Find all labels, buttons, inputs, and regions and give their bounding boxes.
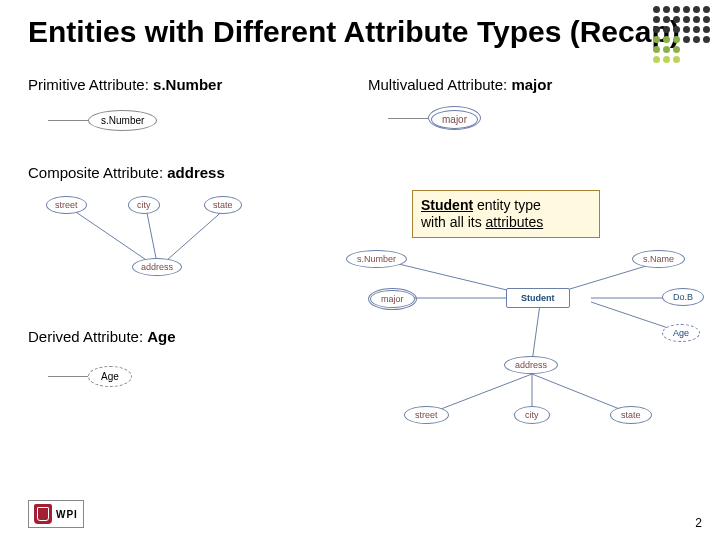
derived-name: Age: [147, 328, 175, 345]
connector-line: [48, 376, 88, 377]
dob-attr-label: Do.B: [662, 288, 704, 306]
slide-body: Primitive Attribute: s.Number s.Number M…: [28, 68, 692, 498]
primitive-heading: Primitive Attribute: s.Number: [28, 76, 222, 94]
derived-label: Derived Attribute:: [28, 328, 147, 345]
street-attr: street: [404, 406, 449, 424]
student-entity-label: Student: [506, 288, 570, 308]
city-attr-label: city: [514, 406, 550, 424]
state-attr: state: [610, 406, 652, 424]
primitive-mini-diagram: s.Number: [48, 110, 157, 131]
address-attr-label: address: [504, 356, 558, 374]
sname-attr-label: s.Name: [632, 250, 685, 268]
derived-heading: Derived Attribute: Age: [28, 328, 176, 346]
student-er-diagram: s.Number s.Name major Student Do.B Age a…: [308, 244, 708, 464]
shield-icon: [34, 504, 52, 524]
callout-line2-prefix: with all its: [421, 214, 486, 230]
composite-label: Composite Attribute:: [28, 164, 167, 181]
major-attr: major: [368, 288, 417, 310]
callout-line2-emph: attributes: [486, 214, 544, 230]
major-double-oval: major: [368, 288, 417, 310]
street-attr-label: street: [404, 406, 449, 424]
connector-line: [388, 118, 428, 119]
city-node: city: [128, 196, 160, 214]
student-connectors: [308, 244, 708, 464]
logo-text: WPI: [56, 509, 78, 520]
primitive-name: s.Number: [153, 76, 222, 93]
connector-line: [48, 120, 88, 121]
major-double-oval: major: [428, 106, 481, 130]
snumber-node: s.Number: [88, 110, 157, 131]
address-node: address: [132, 258, 182, 276]
callout-entity-word: Student: [421, 197, 473, 213]
decorative-dot-grid: [653, 6, 710, 63]
major-attr-label: major: [370, 290, 415, 308]
dob-attr: Do.B: [662, 288, 704, 306]
composite-name: address: [167, 164, 225, 181]
student-callout: Student entity type with all its attribu…: [412, 190, 600, 238]
snumber-attr-label: s.Number: [346, 250, 407, 268]
age-attr-label: Age: [662, 324, 700, 342]
composite-mini-diagram: street city state address: [28, 186, 288, 286]
address-attr: address: [504, 356, 558, 374]
age-attr: Age: [662, 324, 700, 342]
major-node-label: major: [431, 110, 478, 129]
derived-mini-diagram: Age: [48, 366, 132, 387]
composite-heading: Composite Attribute: address: [28, 164, 225, 182]
street-node: street: [46, 196, 87, 214]
sname-attr: s.Name: [632, 250, 685, 268]
svg-line-8: [532, 304, 540, 362]
multivalued-label: Multivalued Attribute:: [368, 76, 511, 93]
state-attr-label: state: [610, 406, 652, 424]
city-attr: city: [514, 406, 550, 424]
callout-line1-rest: entity type: [477, 197, 541, 213]
state-node: state: [204, 196, 242, 214]
multivalued-heading: Multivalued Attribute: major: [368, 76, 552, 94]
slide-title: Entities with Different Attribute Types …: [28, 14, 692, 50]
wpi-logo: WPI: [28, 500, 84, 528]
multivalued-mini-diagram: major: [388, 106, 481, 130]
student-entity: Student: [506, 288, 570, 308]
age-node: Age: [88, 366, 132, 387]
page-number: 2: [695, 516, 702, 530]
primitive-label: Primitive Attribute:: [28, 76, 153, 93]
snumber-attr: s.Number: [346, 250, 407, 268]
multivalued-name: major: [511, 76, 552, 93]
